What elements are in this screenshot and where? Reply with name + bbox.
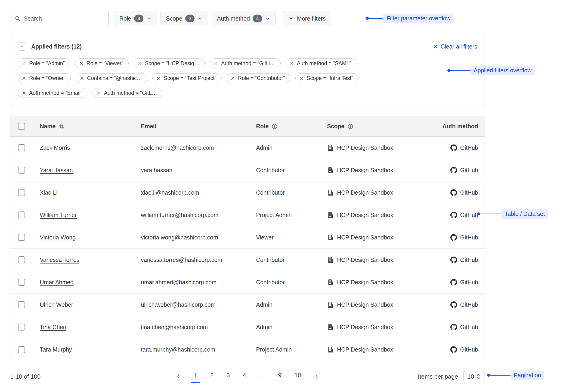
github-icon xyxy=(450,324,457,331)
row-checkbox[interactable] xyxy=(18,167,25,173)
clear-all-filters-button[interactable]: Clear all filters xyxy=(433,43,477,50)
pagination-page[interactable]: 10 xyxy=(293,370,303,383)
row-checkbox[interactable] xyxy=(18,189,25,196)
user-scope-label: HCP Design Sandbox xyxy=(337,212,393,219)
chevron-down-icon xyxy=(146,16,152,21)
filter-chip: Contains = “@hashic… xyxy=(76,73,147,83)
user-email: umar.ahmed@hashicorp.com xyxy=(134,271,249,294)
dismiss-chip-icon[interactable] xyxy=(22,76,26,80)
dismiss-chip-icon[interactable] xyxy=(214,61,218,66)
table-header-row: Name Email Role Scope Auth method xyxy=(10,116,485,137)
pagination-page[interactable]: 9 xyxy=(277,370,283,383)
pagination-page[interactable]: 4 xyxy=(242,370,247,383)
row-checkbox[interactable] xyxy=(18,279,25,286)
user-name-link[interactable]: Zack Morris xyxy=(40,145,70,151)
pagination-page-number: 4 xyxy=(243,372,246,379)
dismiss-chip-icon[interactable] xyxy=(230,76,235,80)
filter-chip-label: Contains = “@hashic… xyxy=(87,75,142,81)
user-name-link[interactable]: Tina Chen xyxy=(40,324,66,331)
annotation-label: Table / Data set xyxy=(501,209,548,219)
github-icon xyxy=(450,145,457,151)
user-auth-label: GitHub xyxy=(460,301,478,308)
annotation-line xyxy=(490,375,511,376)
filter-chip: Role = “Admin” xyxy=(18,59,70,68)
dismiss-chip-icon[interactable] xyxy=(96,91,101,95)
dismiss-chip-icon[interactable] xyxy=(22,91,26,95)
user-name-link[interactable]: Yara Hassan xyxy=(40,167,73,173)
pagination-page[interactable]: 2 xyxy=(209,370,215,383)
row-checkbox[interactable] xyxy=(18,144,25,151)
dismiss-chip-icon[interactable] xyxy=(79,61,84,66)
filter-dropdown[interactable]: Auth method 4 xyxy=(212,11,275,26)
dismiss-chip-icon[interactable] xyxy=(22,61,26,66)
user-name-link[interactable]: Vanessa Torres xyxy=(40,257,79,263)
user-scope-label: HCP Design Sandbox xyxy=(337,167,393,173)
user-scope-label: HCP Design Sandbox xyxy=(337,145,393,151)
filter-chip: Auth method = “SAML” xyxy=(286,59,357,68)
items-per-page-select[interactable]: 10 xyxy=(463,370,485,383)
filter-chip-label: Role = “Admin” xyxy=(29,60,65,67)
more-filters-button[interactable]: More filters xyxy=(283,11,331,26)
row-checkbox[interactable] xyxy=(18,324,25,331)
dismiss-chip-icon[interactable] xyxy=(299,76,304,80)
row-checkbox[interactable] xyxy=(18,256,25,263)
user-scope: HCP Design Sandbox xyxy=(320,159,421,182)
user-name-link[interactable]: Umar Ahmed xyxy=(40,279,74,286)
dismiss-chip-icon[interactable] xyxy=(156,76,161,80)
user-auth-label: GitHub xyxy=(460,212,478,219)
pagination-page[interactable]: 3 xyxy=(225,370,231,383)
dismiss-chip-icon[interactable] xyxy=(290,61,294,66)
user-name-link[interactable]: Tara Murphy xyxy=(40,346,72,353)
user-email: xiao.li@hashicorp.com xyxy=(134,182,249,204)
user-role: Contributor xyxy=(249,249,320,271)
user-email: tina.chen@hashicorp.com xyxy=(134,316,249,338)
row-checkbox[interactable] xyxy=(18,301,25,308)
user-role: Project Admin xyxy=(249,204,320,226)
user-name-link[interactable]: William Turner xyxy=(40,212,77,219)
select-all-checkbox[interactable] xyxy=(18,123,25,130)
chevron-right-icon xyxy=(314,374,319,379)
user-auth-label: GitHub xyxy=(460,189,478,196)
user-scope: HCP Design Sandbox xyxy=(320,338,421,361)
user-scope-label: HCP Design Sandbox xyxy=(337,346,393,353)
pagination-page[interactable]: 1 xyxy=(192,370,198,383)
user-auth-label: GitHub xyxy=(460,145,478,151)
row-checkbox[interactable] xyxy=(18,346,25,353)
table-row: Xiao Li xiao.li@hashicorp.com Contributo… xyxy=(10,182,485,204)
collapse-filters-button[interactable] xyxy=(18,42,26,51)
column-header-name[interactable]: Name xyxy=(33,116,134,137)
filter-chip-label: Role = “Contributor” xyxy=(238,75,285,81)
user-name-link[interactable]: Ulrich Weber xyxy=(40,301,73,308)
row-checkbox[interactable] xyxy=(18,211,25,219)
filter-chip-label: Auth method = “GitH… xyxy=(221,60,275,67)
user-role: Contributor xyxy=(249,271,320,294)
applied-filters-chips: Role = “Admin” Role = “Viewer” Scope = “… xyxy=(18,59,477,98)
github-icon xyxy=(450,346,457,353)
info-icon[interactable] xyxy=(271,123,278,129)
previous-page-button[interactable] xyxy=(175,373,182,380)
filter-dropdown[interactable]: Role 4 xyxy=(114,11,157,26)
pagination-page-number: … xyxy=(259,372,265,379)
pagination-ellipsis: … xyxy=(258,370,267,383)
user-name-link[interactable]: Xiao Li xyxy=(40,189,57,196)
filter-dropdown[interactable]: Scope 3 xyxy=(161,11,208,26)
row-checkbox[interactable] xyxy=(18,234,25,241)
dismiss-chip-icon[interactable] xyxy=(80,76,84,80)
user-email: victoria.wong@hashicorp.com xyxy=(134,226,249,249)
table-body: Zack Morris zack.morris@hashicorp.com Ad… xyxy=(10,137,485,361)
user-email: william.turner@hashicorp.com xyxy=(134,204,249,226)
filter-count-badge: 3 xyxy=(185,14,194,23)
user-name-link[interactable]: Victoria Wong xyxy=(40,234,76,241)
sort-icon[interactable] xyxy=(59,123,64,129)
dismiss-chip-icon[interactable] xyxy=(138,61,142,66)
user-auth-method: GitHub xyxy=(421,159,485,182)
column-label-name: Name xyxy=(40,123,55,130)
filter-icon xyxy=(288,15,294,22)
search-input[interactable] xyxy=(24,15,104,22)
user-auth-label: GitHub xyxy=(460,234,478,241)
next-page-button[interactable] xyxy=(313,373,320,380)
organization-icon xyxy=(327,212,334,219)
filter-chip: Auth method = “Email” xyxy=(18,88,88,98)
info-icon[interactable] xyxy=(347,123,353,129)
table-row: Tina Chen tina.chen@hashicorp.com Admin … xyxy=(10,316,485,338)
